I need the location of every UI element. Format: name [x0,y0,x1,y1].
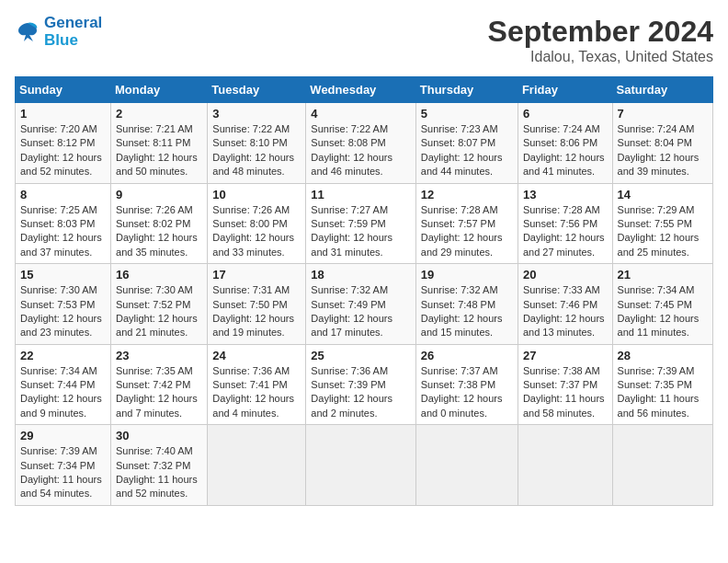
day-number: 11 [311,188,410,201]
weekday-header: Monday [111,77,208,103]
weekday-header: Wednesday [306,77,415,103]
sunrise-text: Sunrise: 7:28 AM [421,203,513,217]
daylight-text: Daylight: 12 hours and 44 minutes. [421,151,513,179]
sunset-text: Sunset: 7:59 PM [311,217,410,231]
sunset-text: Sunset: 8:12 PM [20,136,106,150]
day-number: 23 [116,349,202,362]
day-info: Sunrise: 7:40 AM Sunset: 7:32 PM Dayligh… [116,444,202,501]
day-number: 14 [618,188,708,201]
calendar-cell: 23 Sunrise: 7:35 AM Sunset: 7:42 PM Dayl… [111,344,208,425]
day-number: 20 [523,268,608,282]
daylight-text: Daylight: 12 hours and 37 minutes. [20,231,106,259]
day-info: Sunrise: 7:32 AM Sunset: 7:49 PM Dayligh… [311,283,410,340]
day-number: 16 [116,268,202,282]
calendar-cell: 15 Sunrise: 7:30 AM Sunset: 7:53 PM Dayl… [16,264,111,345]
day-info: Sunrise: 7:26 AM Sunset: 8:02 PM Dayligh… [116,203,202,260]
weekday-header: Friday [518,77,612,103]
sunset-text: Sunset: 7:57 PM [421,217,513,231]
day-number: 22 [20,349,106,362]
daylight-text: Daylight: 12 hours and 0 minutes. [421,392,513,420]
day-info: Sunrise: 7:20 AM Sunset: 8:12 PM Dayligh… [20,122,106,179]
weekday-header: Saturday [612,77,712,103]
day-info: Sunrise: 7:21 AM Sunset: 8:11 PM Dayligh… [116,122,202,179]
calendar-week-row: 1 Sunrise: 7:20 AM Sunset: 8:12 PM Dayli… [16,103,713,184]
logo-text: General Blue [44,15,102,49]
sunrise-text: Sunrise: 7:32 AM [421,283,513,297]
sunrise-text: Sunrise: 7:26 AM [116,203,202,217]
daylight-text: Daylight: 12 hours and 15 minutes. [421,312,513,340]
daylight-text: Daylight: 12 hours and 27 minutes. [523,231,608,259]
calendar-cell [306,425,415,506]
sunset-text: Sunset: 8:08 PM [311,136,410,150]
calendar-cell: 26 Sunrise: 7:37 AM Sunset: 7:38 PM Dayl… [415,344,518,425]
calendar-cell: 20 Sunrise: 7:33 AM Sunset: 7:46 PM Dayl… [518,264,612,345]
calendar-cell: 3 Sunrise: 7:22 AM Sunset: 8:10 PM Dayli… [208,103,306,184]
sunrise-text: Sunrise: 7:31 AM [212,283,301,297]
sunrise-text: Sunrise: 7:34 AM [618,283,708,297]
day-info: Sunrise: 7:39 AM Sunset: 7:35 PM Dayligh… [618,364,708,421]
title-block: September 2024 Idalou, Texas, United Sta… [488,15,713,65]
sunset-text: Sunset: 8:04 PM [618,136,708,150]
calendar-cell: 12 Sunrise: 7:28 AM Sunset: 7:57 PM Dayl… [415,183,518,264]
page-title: September 2024 [488,15,713,49]
sunrise-text: Sunrise: 7:26 AM [212,203,301,217]
day-info: Sunrise: 7:36 AM Sunset: 7:41 PM Dayligh… [212,364,301,421]
sunrise-text: Sunrise: 7:30 AM [116,283,202,297]
sunrise-text: Sunrise: 7:33 AM [523,283,608,297]
sunrise-text: Sunrise: 7:29 AM [618,203,708,217]
day-number: 26 [421,349,513,362]
day-number: 29 [20,429,106,442]
day-number: 13 [523,188,608,201]
calendar-cell [612,425,712,506]
logo-icon [15,19,40,45]
weekday-header: Thursday [415,77,518,103]
calendar-cell: 28 Sunrise: 7:39 AM Sunset: 7:35 PM Dayl… [612,344,712,425]
sunrise-text: Sunrise: 7:39 AM [618,364,708,378]
calendar-week-row: 22 Sunrise: 7:34 AM Sunset: 7:44 PM Dayl… [16,344,713,425]
sunset-text: Sunset: 7:35 PM [618,378,708,392]
sunrise-text: Sunrise: 7:22 AM [311,122,410,136]
sunrise-text: Sunrise: 7:36 AM [311,364,410,378]
day-info: Sunrise: 7:31 AM Sunset: 7:50 PM Dayligh… [212,283,301,340]
calendar-cell: 5 Sunrise: 7:23 AM Sunset: 8:07 PM Dayli… [415,103,518,184]
calendar-cell: 9 Sunrise: 7:26 AM Sunset: 8:02 PM Dayli… [111,183,208,264]
sunrise-text: Sunrise: 7:24 AM [618,122,708,136]
day-number: 21 [618,268,708,282]
day-info: Sunrise: 7:24 AM Sunset: 8:06 PM Dayligh… [523,122,608,179]
daylight-text: Daylight: 12 hours and 7 minutes. [116,392,202,420]
calendar-cell: 10 Sunrise: 7:26 AM Sunset: 8:00 PM Dayl… [208,183,306,264]
day-info: Sunrise: 7:33 AM Sunset: 7:46 PM Dayligh… [523,283,608,340]
sunset-text: Sunset: 7:44 PM [20,378,106,392]
calendar-cell: 24 Sunrise: 7:36 AM Sunset: 7:41 PM Dayl… [208,344,306,425]
day-number: 3 [212,107,301,121]
sunset-text: Sunset: 7:38 PM [421,378,513,392]
daylight-text: Daylight: 12 hours and 33 minutes. [212,231,301,259]
sunset-text: Sunset: 8:07 PM [421,136,513,150]
day-info: Sunrise: 7:34 AM Sunset: 7:45 PM Dayligh… [618,283,708,340]
day-number: 28 [618,349,708,362]
logo: General Blue [15,15,102,49]
calendar-table: SundayMondayTuesdayWednesdayThursdayFrid… [15,76,713,506]
sunrise-text: Sunrise: 7:20 AM [20,122,106,136]
calendar-week-row: 29 Sunrise: 7:39 AM Sunset: 7:34 PM Dayl… [16,425,713,506]
calendar-cell: 2 Sunrise: 7:21 AM Sunset: 8:11 PM Dayli… [111,103,208,184]
calendar-cell: 25 Sunrise: 7:36 AM Sunset: 7:39 PM Dayl… [306,344,415,425]
calendar-cell [518,425,612,506]
sunset-text: Sunset: 7:55 PM [618,217,708,231]
day-info: Sunrise: 7:23 AM Sunset: 8:07 PM Dayligh… [421,122,513,179]
daylight-text: Daylight: 12 hours and 21 minutes. [116,312,202,340]
sunset-text: Sunset: 7:53 PM [20,298,106,312]
daylight-text: Daylight: 11 hours and 54 minutes. [20,473,106,501]
calendar-cell: 30 Sunrise: 7:40 AM Sunset: 7:32 PM Dayl… [111,425,208,506]
day-number: 15 [20,268,106,282]
day-info: Sunrise: 7:24 AM Sunset: 8:04 PM Dayligh… [618,122,708,179]
sunrise-text: Sunrise: 7:39 AM [20,444,106,458]
day-number: 12 [421,188,513,201]
day-number: 9 [116,188,202,201]
sunrise-text: Sunrise: 7:38 AM [523,364,608,378]
sunset-text: Sunset: 8:06 PM [523,136,608,150]
sunset-text: Sunset: 7:39 PM [311,378,410,392]
calendar-cell: 8 Sunrise: 7:25 AM Sunset: 8:03 PM Dayli… [16,183,111,264]
calendar-week-row: 8 Sunrise: 7:25 AM Sunset: 8:03 PM Dayli… [16,183,713,264]
daylight-text: Daylight: 12 hours and 29 minutes. [421,231,513,259]
